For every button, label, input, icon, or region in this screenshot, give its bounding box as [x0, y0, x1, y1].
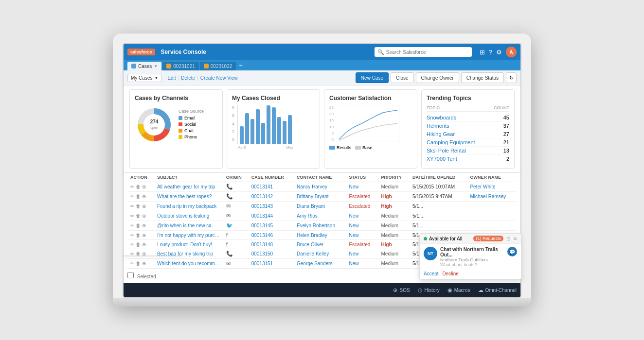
contact-cell[interactable]: Brittany Bryant: [294, 192, 346, 202]
topic-ski-pole[interactable]: Sksi Pole Rental: [427, 148, 466, 153]
edit-icon[interactable]: ✏: [130, 184, 134, 189]
sos-nav-item[interactable]: ⊕ SOS: [393, 287, 410, 293]
close-chat-icon[interactable]: ✕: [513, 236, 517, 241]
add-tab-button[interactable]: +: [237, 61, 245, 69]
delete-icon[interactable]: 🗑: [136, 184, 141, 189]
origin-cell: 📞: [223, 249, 249, 259]
contact-cell[interactable]: Diana Bryant: [294, 202, 346, 211]
owner-cell[interactable]: Michael Ramsey: [467, 192, 517, 202]
topic-camping[interactable]: Camping Equipment: [427, 139, 475, 145]
grid-icon[interactable]: ⊞: [480, 49, 485, 56]
help-icon[interactable]: ?: [489, 49, 492, 56]
edit-link[interactable]: Edit: [167, 75, 176, 81]
subject-cell[interactable]: Outdoor stove is leaking: [154, 211, 223, 221]
case-num-cell[interactable]: 00013146: [249, 231, 294, 240]
contact-cell[interactable]: Amy Rios: [294, 211, 346, 221]
subject-cell[interactable]: I'm not happy with my purchase. #refund …: [154, 231, 223, 240]
tab-00231022[interactable]: 00231022: [200, 62, 236, 70]
contact-cell[interactable]: George Sanders: [294, 259, 346, 269]
delete-icon[interactable]: 🗑: [136, 194, 141, 199]
new-case-button[interactable]: New Case: [356, 72, 389, 83]
edit-icon[interactable]: ✏: [130, 223, 134, 228]
refresh-button[interactable]: ↻: [506, 72, 517, 83]
avatar[interactable]: A: [506, 47, 517, 57]
col-status[interactable]: STATUS: [346, 173, 378, 182]
action-icons: ✏ 🗑 ⊕: [130, 233, 151, 238]
change-status-button[interactable]: Change Status: [461, 72, 504, 83]
close-button[interactable]: Close: [391, 72, 414, 83]
topic-xy7000[interactable]: XY7000 Tent: [427, 156, 457, 162]
delete-icon[interactable]: 🗑: [136, 213, 141, 219]
col-case-number[interactable]: CASE NUMBER: [249, 173, 294, 182]
more-icon[interactable]: ⊕: [142, 242, 146, 247]
contact-cell[interactable]: Danielle Kelley: [294, 249, 346, 259]
edit-icon[interactable]: ✏: [130, 242, 134, 247]
history-nav-item[interactable]: ◷ History: [418, 287, 440, 293]
edit-icon[interactable]: ✏: [130, 261, 134, 266]
view-selector[interactable]: My Cases ▼: [127, 74, 161, 82]
case-num-cell[interactable]: 00013145: [249, 221, 294, 231]
accept-button[interactable]: Accept: [424, 271, 439, 276]
social-legend-label: Social: [184, 122, 197, 127]
topic-snowboards[interactable]: Snowboards: [427, 115, 456, 120]
more-icon[interactable]: ⊕: [142, 184, 146, 189]
contact-cell[interactable]: Nancy Harvey: [294, 182, 346, 192]
contact-cell[interactable]: Helen Bradley: [294, 231, 346, 240]
more-icon[interactable]: ⊕: [142, 213, 146, 219]
more-icon[interactable]: ⊕: [142, 204, 146, 209]
tab-00231021[interactable]: 00231021: [162, 62, 199, 70]
more-icon[interactable]: ⊕: [142, 223, 146, 228]
search-bar[interactable]: 🔍: [375, 47, 472, 57]
case-num-cell[interactable]: 00013144: [249, 211, 294, 221]
select-all-checkbox[interactable]: [127, 272, 134, 278]
col-priority[interactable]: PRIORITY: [378, 173, 410, 182]
settings-icon[interactable]: ⚙: [496, 49, 502, 56]
tab-cases[interactable]: Cases ▼: [127, 62, 161, 70]
decline-button[interactable]: Decline: [443, 271, 459, 276]
origin-cell: 📞: [223, 182, 249, 192]
y-label-4: 4: [232, 121, 234, 126]
edit-icon[interactable]: ✏: [130, 204, 134, 209]
more-icon[interactable]: ⊕: [142, 261, 146, 266]
dashboard: Cases by Channels 274 open Case: [124, 85, 520, 173]
subject-cell[interactable]: All weather gear for my trip: [154, 182, 223, 192]
expand-icon[interactable]: ⊡: [506, 236, 510, 241]
topic-helments[interactable]: Helments: [427, 123, 449, 129]
delete-icon[interactable]: 🗑: [136, 204, 141, 209]
delete-link[interactable]: Delete: [181, 75, 195, 81]
subject-cell[interactable]: Found a rip in my backpack: [154, 202, 223, 211]
edit-icon[interactable]: ✏: [130, 233, 134, 238]
case-num-cell[interactable]: 00013150: [249, 249, 294, 259]
subject-cell[interactable]: Lousy product. Don't buy!: [154, 240, 223, 249]
case-num-cell[interactable]: 00013148: [249, 240, 294, 249]
delete-icon[interactable]: 🗑: [136, 242, 141, 247]
contact-cell[interactable]: Evelyn Robertson: [294, 221, 346, 231]
case-num-cell[interactable]: 00013151: [249, 259, 294, 269]
omni-channel-nav-item[interactable]: ☁ Omni-Channel: [478, 287, 517, 293]
edit-icon[interactable]: ✏: [130, 213, 134, 219]
delete-icon[interactable]: 🗑: [136, 233, 141, 238]
more-icon[interactable]: ⊕: [142, 233, 146, 238]
delete-icon[interactable]: 🗑: [136, 223, 141, 228]
col-owner[interactable]: OWNER NAME: [467, 173, 517, 182]
col-contact[interactable]: CONTACT NAME: [294, 173, 346, 182]
search-input[interactable]: [386, 50, 469, 55]
owner-cell[interactable]: Peter White: [467, 182, 517, 192]
change-owner-button[interactable]: Change Owner: [416, 72, 459, 83]
contact-cell[interactable]: Bruce Oliver: [294, 240, 346, 249]
subject-cell[interactable]: @rito when is the new camp set releasing…: [154, 221, 223, 231]
col-date[interactable]: DATE/TIME OPENED: [410, 173, 467, 182]
col-subject[interactable]: SUBJECT: [154, 173, 223, 182]
subject-cell[interactable]: Best bag for my skiing trip: [154, 249, 223, 259]
case-num-cell[interactable]: 00013141: [249, 182, 294, 192]
subject-cell[interactable]: What are the best ropes?: [154, 192, 223, 202]
macros-nav-item[interactable]: ◉ Macros: [447, 287, 470, 293]
delete-icon[interactable]: 🗑: [136, 261, 141, 266]
more-icon[interactable]: ⊕: [142, 194, 146, 199]
case-num-cell[interactable]: 00013142: [249, 192, 294, 202]
create-new-view-link[interactable]: Create New View: [200, 75, 238, 81]
topic-hiking-gear[interactable]: Hiking Gear: [427, 131, 455, 137]
subject-cell[interactable]: Which tent do you recommend?: [154, 259, 223, 269]
edit-icon[interactable]: ✏: [130, 194, 134, 199]
case-num-cell[interactable]: 00013143: [249, 202, 294, 211]
